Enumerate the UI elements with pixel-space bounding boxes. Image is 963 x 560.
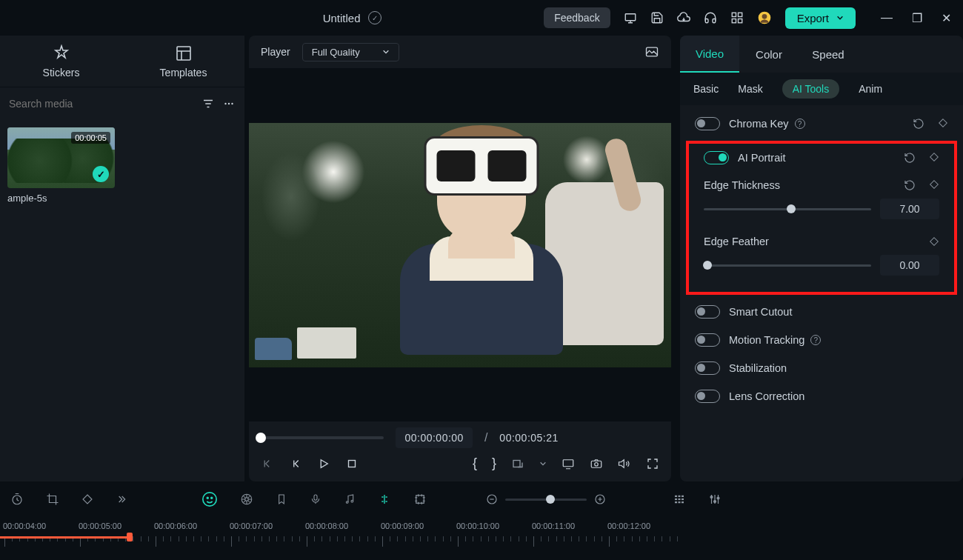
edge-feather-slider[interactable] <box>704 264 871 267</box>
music-icon[interactable] <box>344 493 356 506</box>
lens-correction-toggle[interactable] <box>695 390 720 403</box>
svg-rect-15 <box>591 461 602 467</box>
camera-icon[interactable] <box>590 457 603 470</box>
crop-icon[interactable] <box>46 493 59 506</box>
media-panel: Stickers Templates 00:00:05 ✓ ample-5s <box>0 36 244 481</box>
svg-point-40 <box>717 497 719 499</box>
svg-rect-4 <box>738 19 742 23</box>
keyframe-icon[interactable] <box>929 179 939 191</box>
edge-thickness-slider[interactable] <box>704 208 871 210</box>
seek-bar[interactable] <box>261 436 384 439</box>
diamond-icon[interactable] <box>81 493 93 505</box>
more-icon[interactable] <box>222 97 236 110</box>
svg-point-9 <box>228 103 230 104</box>
timer-icon[interactable] <box>10 493 24 506</box>
search-input[interactable] <box>9 93 194 114</box>
player-label: Player <box>261 46 290 58</box>
subtab-basic[interactable]: Basic <box>693 83 719 95</box>
keyframe-icon[interactable] <box>929 236 939 247</box>
quality-dropdown[interactable]: Full Quality <box>302 43 399 61</box>
smart-cutout-toggle[interactable] <box>695 305 720 319</box>
window-minimize-icon[interactable]: — <box>881 11 893 25</box>
mark-in-button[interactable]: { <box>473 456 477 471</box>
media-thumbnail[interactable]: 00:00:05 ✓ <box>7 127 115 188</box>
subtab-ai-tools[interactable]: AI Tools <box>782 79 840 99</box>
chroma-key-label: Chroma Key <box>729 118 789 130</box>
fullscreen-button[interactable] <box>646 457 659 470</box>
zoom-slider[interactable] <box>505 499 587 501</box>
tab-stickers-label: Stickers <box>43 67 80 79</box>
ai-portrait-label: AI Portrait <box>738 152 895 164</box>
mic-icon[interactable] <box>310 493 321 506</box>
zoom-out-button[interactable] <box>486 493 498 505</box>
timeline-ruler[interactable]: 00:00:04:0000:00:05:0000:00:06:0000:00:0… <box>0 517 963 553</box>
aspect-ratio-button[interactable] <box>511 457 524 470</box>
step-back-button[interactable] <box>289 457 302 470</box>
time-current: 00:00:00:00 <box>396 427 472 448</box>
save-icon[interactable] <box>650 11 664 24</box>
tab-templates[interactable]: Templates <box>122 36 244 87</box>
ruler-label: 00:00:04:00 <box>0 521 76 530</box>
device-icon[interactable] <box>624 11 637 24</box>
motion-tracking-toggle[interactable] <box>695 333 720 347</box>
filter-icon[interactable] <box>201 97 215 110</box>
play-button[interactable] <box>317 457 330 470</box>
display-settings-button[interactable] <box>562 457 575 470</box>
edge-thickness-value[interactable]: 7.00 <box>880 199 939 219</box>
reset-icon[interactable] <box>904 179 916 191</box>
subtab-mask[interactable]: Mask <box>738 83 762 95</box>
preview-viewport[interactable] <box>249 68 671 421</box>
bookmark-icon[interactable] <box>276 493 287 506</box>
svg-point-10 <box>231 103 233 104</box>
chevron-down-icon[interactable] <box>539 460 547 467</box>
stop-button[interactable] <box>345 457 359 470</box>
headphones-icon[interactable] <box>704 11 717 24</box>
help-icon[interactable]: ? <box>810 335 821 345</box>
feedback-button[interactable]: Feedback <box>544 7 610 28</box>
tab-color[interactable]: Color <box>739 36 799 73</box>
account-avatar-icon[interactable] <box>757 10 772 25</box>
titlebar: Untitled ✓ Feedback Export — ❐ ✕ <box>0 0 963 36</box>
svg-point-8 <box>224 103 226 104</box>
subtab-anim[interactable]: Anim <box>859 83 882 95</box>
split-icon[interactable] <box>378 493 391 506</box>
face-icon[interactable] <box>201 491 218 507</box>
selection-icon[interactable] <box>413 493 427 506</box>
cloud-download-icon[interactable] <box>677 11 690 24</box>
track-view-icon[interactable] <box>673 493 686 506</box>
tab-speed[interactable]: Speed <box>799 36 858 73</box>
export-button[interactable]: Export <box>785 7 856 29</box>
mixer-icon[interactable] <box>708 493 722 506</box>
edge-feather-value[interactable]: 0.00 <box>880 255 939 276</box>
help-icon[interactable]: ? <box>795 119 805 129</box>
color-wheel-icon[interactable] <box>240 493 253 506</box>
stabilization-toggle[interactable] <box>695 361 720 375</box>
reset-icon[interactable] <box>913 118 924 130</box>
ai-portrait-toggle[interactable] <box>704 151 729 164</box>
reset-icon[interactable] <box>904 152 916 164</box>
volume-button[interactable] <box>618 457 631 470</box>
chevron-double-right-icon[interactable] <box>116 493 127 505</box>
prev-frame-button[interactable] <box>261 457 274 470</box>
tab-stickers[interactable]: Stickers <box>0 36 122 87</box>
project-title: Untitled <box>323 12 361 24</box>
quality-value: Full Quality <box>312 47 360 58</box>
svg-rect-32 <box>675 499 677 500</box>
chroma-key-toggle[interactable] <box>695 117 720 130</box>
tab-video[interactable]: Video <box>680 36 739 73</box>
properties-panel: Video Color Speed Basic Mask AI Tools An… <box>680 36 963 481</box>
time-total: 00:00:05:21 <box>499 432 558 444</box>
window-close-icon[interactable]: ✕ <box>942 11 951 25</box>
motion-tracking-label: Motion Tracking <box>729 334 804 346</box>
playhead[interactable] <box>0 536 130 539</box>
keyframe-icon[interactable] <box>929 152 939 164</box>
apps-grid-icon[interactable] <box>730 11 744 24</box>
ruler-label: 00:00:08:00 <box>302 521 378 530</box>
mark-out-button[interactable]: } <box>492 456 496 471</box>
time-separator: / <box>484 431 487 444</box>
ruler-label: 00:00:12:00 <box>604 521 680 530</box>
keyframe-icon[interactable] <box>938 118 948 130</box>
window-maximize-icon[interactable]: ❐ <box>912 11 922 25</box>
snapshot-icon[interactable] <box>644 44 659 59</box>
zoom-in-button[interactable] <box>594 493 606 505</box>
